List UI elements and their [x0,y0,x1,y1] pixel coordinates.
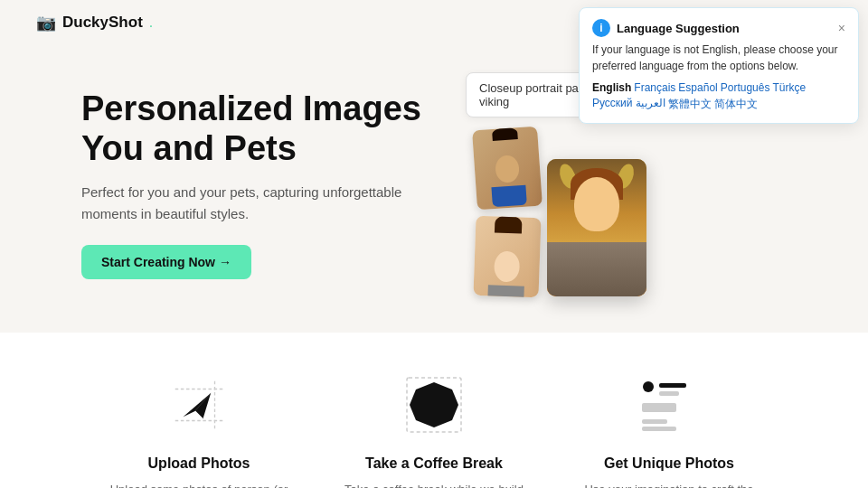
svg-marker-3 [184,393,212,419]
svg-rect-13 [642,427,676,431]
features-section: Upload Photos Upload some photos of pers… [0,333,868,488]
lang-option-turkce[interactable]: Türkçe [772,81,806,94]
upload-photos-title: Upload Photos [148,455,250,472]
lang-option-francais[interactable]: Français [634,81,675,94]
lang-option-russian[interactable]: Русский [592,97,633,112]
close-button[interactable]: × [838,22,845,34]
unique-photos-icon [633,369,705,441]
hero-left: Personalized Images You and Pets Perfect… [81,89,429,278]
lang-option-simplified-chinese[interactable]: 简体中文 [714,97,758,112]
lang-option-traditional-chinese[interactable]: 繁體中文 [668,97,712,112]
lang-option-portugues[interactable]: Português [721,81,770,94]
upload-photos-desc: Upload some photos of person (or pet) wi… [108,481,289,488]
feature-unique: Get Unique Photos Use your imagination t… [579,369,760,488]
images-collage [475,128,646,296]
popup-body: If your language is not English, please … [592,42,845,74]
language-suggestion-popup: i Language Suggestion × If your language… [579,7,859,124]
cta-button[interactable]: Start Creating Now → [81,245,251,279]
logo: 📷 DuckyShot. [36,13,153,33]
coffee-break-title: Take a Coffee Break [365,455,503,472]
svg-rect-12 [642,419,667,424]
popup-title: Language Suggestion [617,22,740,35]
hero-subtitle: Perfect for you and your pets, capturing… [81,182,429,225]
svg-point-8 [643,381,654,392]
coffee-break-icon [398,369,470,441]
viking-face [574,177,619,231]
feature-upload: Upload Photos Upload some photos of pers… [108,369,289,488]
upload-photos-icon [163,369,235,441]
info-icon: i [592,19,610,37]
lang-option-english[interactable]: English [592,81,631,94]
unique-photos-title: Get Unique Photos [604,455,734,472]
photo-small-2 [473,216,541,297]
svg-rect-11 [642,403,676,412]
language-options: English Français Español Português Türkç… [592,81,845,112]
svg-marker-7 [410,382,458,427]
viking-illustration [547,159,646,296]
feature-coffee: Take a Coffee Break Take a coffee break … [344,369,524,488]
unique-photos-desc: Use your imagination to craft the unique… [579,481,760,488]
logo-text: DuckyShot [62,14,143,32]
coffee-break-desc: Take a coffee break while we build your … [344,481,524,488]
photo-stack [475,128,540,296]
viking-armor [547,242,646,296]
svg-rect-10 [659,391,679,396]
hero-title: Personalized Images You and Pets [81,89,429,168]
photo-small-1 [472,127,542,211]
camera-icon: 📷 [36,13,56,33]
svg-rect-9 [659,383,686,388]
popup-header: i Language Suggestion × [592,19,845,37]
lang-option-arabic[interactable]: العربية [636,97,665,112]
photo-large-viking [547,159,646,296]
lang-option-espanol[interactable]: Español [678,81,717,94]
